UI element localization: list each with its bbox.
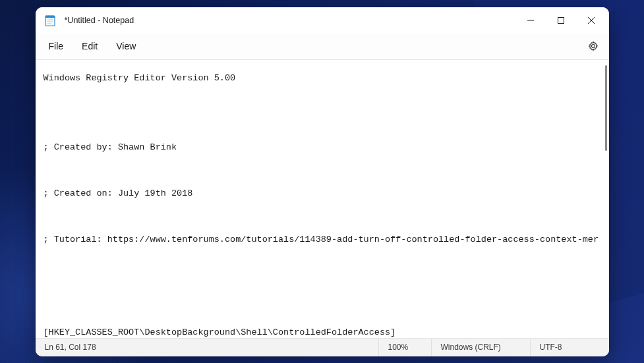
statusbar: Ln 61, Col 178 100% Windows (CRLF) UTF-8 <box>36 338 609 356</box>
status-line-ending: Windows (CRLF) <box>431 339 530 356</box>
minimize-button[interactable] <box>515 10 546 31</box>
gear-icon <box>588 41 599 51</box>
window-controls <box>515 10 606 31</box>
text-editor[interactable]: Windows Registry Editor Version 5.00 ; C… <box>36 60 601 338</box>
menu-edit[interactable]: Edit <box>73 37 107 55</box>
window-title: *Untitled - Notepad <box>65 16 515 25</box>
settings-button[interactable] <box>581 36 605 57</box>
vertical-scrollbar[interactable] <box>601 60 609 338</box>
editor-area: Windows Registry Editor Version 5.00 ; C… <box>36 60 609 338</box>
svg-rect-10 <box>558 17 564 23</box>
close-button[interactable] <box>576 10 606 31</box>
status-zoom[interactable]: 100% <box>378 339 431 356</box>
menu-view[interactable]: View <box>107 37 145 55</box>
status-position: Ln 61, Col 178 <box>36 339 378 356</box>
notepad-window: *Untitled - Notepad File Edit View Windo… <box>36 7 609 356</box>
scrollbar-thumb[interactable] <box>605 65 607 151</box>
menubar: File Edit View <box>36 34 609 60</box>
maximize-button[interactable] <box>546 10 576 31</box>
menu-file[interactable]: File <box>40 37 73 55</box>
status-encoding: UTF-8 <box>530 339 609 356</box>
notepad-icon <box>45 14 55 26</box>
titlebar[interactable]: *Untitled - Notepad <box>36 7 609 34</box>
